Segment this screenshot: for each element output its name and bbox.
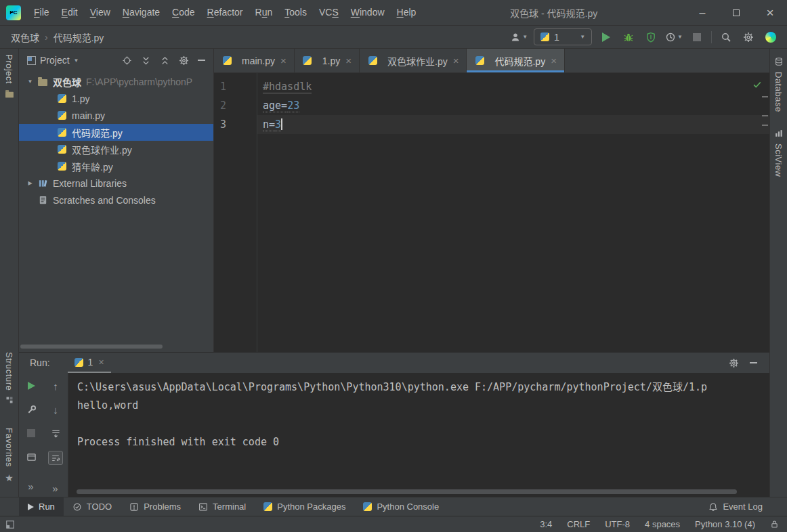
tree-item-双色球作业.py[interactable]: 双色球作业.py <box>19 141 213 158</box>
stop-button[interactable] <box>689 29 705 45</box>
more-console-actions-button[interactable]: » <box>49 482 62 494</box>
code-area[interactable]: #hdasdlkage=23n=3 <box>257 73 769 352</box>
editor-tab-代码规范.py[interactable]: 代码规范.py× <box>467 49 564 72</box>
menu-tools[interactable]: Tools <box>278 0 313 25</box>
tree-item-1.py[interactable]: 1.py <box>19 90 213 107</box>
gear-icon[interactable] <box>729 358 739 368</box>
error-stripe-mark[interactable] <box>762 115 768 116</box>
project-panel-title[interactable]: Project <box>40 55 70 66</box>
line-separator-widget[interactable]: CRLF <box>567 519 590 529</box>
tree-item-代码规范.py[interactable]: 代码规范.py <box>19 124 213 141</box>
up-the-stack-trace-button[interactable]: ↑ <box>49 380 62 392</box>
toolwindow-button-terminal[interactable]: Terminal <box>190 497 255 516</box>
close-tab-icon[interactable]: × <box>551 55 557 66</box>
event-log-button[interactable]: Event Log <box>708 497 763 516</box>
horizontal-scrollbar[interactable] <box>20 345 163 349</box>
close-tab-icon[interactable]: × <box>280 55 286 66</box>
editor-tab-1.py[interactable]: 1.py× <box>295 49 360 72</box>
stripe-button-structure[interactable]: Structure <box>0 352 18 404</box>
menu-view[interactable]: View <box>84 0 116 25</box>
menu-help[interactable]: Help <box>391 0 423 25</box>
menu-code[interactable]: Code <box>166 0 200 25</box>
menu-navigate[interactable]: Navigate <box>116 0 166 25</box>
tree-item-External Libraries[interactable]: ▶External Libraries <box>19 175 213 192</box>
run-button[interactable] <box>598 29 614 45</box>
stripe-button-favorites[interactable]: Favorites ★ <box>0 428 18 483</box>
terminal-icon <box>198 502 208 512</box>
code-line[interactable]: age=23 <box>257 96 769 115</box>
scroll-to-end-button[interactable] <box>49 427 62 439</box>
expand-all-icon[interactable] <box>141 56 151 66</box>
user-account-button[interactable]: ▼ <box>510 29 528 45</box>
menu-vcs[interactable]: VCS <box>313 0 345 25</box>
hide-panel-icon[interactable] <box>198 60 205 61</box>
soft-wrap-toggle[interactable] <box>48 451 63 465</box>
close-tab-icon[interactable]: × <box>345 55 352 66</box>
editor-tab-main.py[interactable]: main.py× <box>214 49 295 72</box>
code-line[interactable]: #hdasdlk <box>257 77 769 96</box>
error-stripe-mark[interactable] <box>762 125 768 126</box>
chevron-right-icon[interactable]: ▶ <box>23 180 37 186</box>
toolwindow-button-todo[interactable]: TODO <box>64 497 121 516</box>
minimize-button[interactable]: – <box>685 0 719 25</box>
tree-item-双色球[interactable]: ▼双色球F:\APP\pycharm\pythonP <box>19 73 213 90</box>
restore-layout-button[interactable] <box>24 451 38 463</box>
interpreter-widget[interactable]: Python 3.10 (4) <box>695 519 755 529</box>
stripe-button-database[interactable]: Database <box>770 57 787 112</box>
debug-button[interactable] <box>620 29 637 45</box>
menu-edit[interactable]: Edit <box>56 0 84 25</box>
toolwindow-button-python-packages[interactable]: Python Packages <box>255 497 354 516</box>
close-button[interactable]: × <box>753 0 787 25</box>
build-button[interactable] <box>24 403 38 416</box>
caret-position-widget[interactable]: 3:4 <box>540 519 552 529</box>
gear-icon[interactable] <box>179 56 189 66</box>
stop-button[interactable] <box>24 427 38 439</box>
tree-item-Scratches and Consoles[interactable]: Scratches and Consoles <box>19 192 213 208</box>
plugin-button[interactable] <box>763 29 779 45</box>
rerun-button[interactable] <box>24 380 38 392</box>
editor-tab-双色球作业.py[interactable]: 双色球作业.py× <box>360 49 467 72</box>
toolwindow-button-run[interactable]: Run <box>19 497 64 516</box>
collapse-all-icon[interactable] <box>160 56 170 66</box>
inspection-ok-check-icon[interactable] <box>752 80 762 92</box>
toolwindow-switcher-icon[interactable] <box>5 520 15 529</box>
run-configuration-select[interactable]: 1 ▼ <box>534 28 592 45</box>
hide-panel-icon[interactable] <box>750 362 757 363</box>
toolwindow-button-label: Python Packages <box>277 502 345 512</box>
search-everywhere-button[interactable] <box>718 29 734 45</box>
lock-icon[interactable] <box>770 520 779 529</box>
menu-window[interactable]: Window <box>345 0 391 25</box>
close-tab-icon[interactable]: × <box>453 55 459 66</box>
chevron-down-icon[interactable]: ▼ <box>23 79 37 85</box>
profiler-button[interactable]: ▼ <box>665 29 683 45</box>
tree-item-猜年龄.py[interactable]: 猜年龄.py <box>19 158 213 175</box>
python-icon <box>75 358 83 367</box>
menu-file[interactable]: File <box>28 0 56 25</box>
settings-button[interactable] <box>740 29 757 45</box>
toolwindow-button-problems[interactable]: Problems <box>121 497 190 516</box>
run-console[interactable]: C:\Users\asus\AppData\Local\Programs\Pyt… <box>68 373 769 497</box>
close-tab-icon[interactable]: × <box>98 357 104 368</box>
tree-item-main.py[interactable]: main.py <box>19 107 213 124</box>
run-tab-1[interactable]: 1 × <box>68 353 111 373</box>
indent-widget[interactable]: 4 spaces <box>645 519 680 529</box>
run-with-coverage-button[interactable] <box>643 29 659 45</box>
down-the-stack-trace-button[interactable]: ↓ <box>49 403 62 416</box>
stripe-button-sciview[interactable]: SciView <box>770 129 787 177</box>
locate-file-icon[interactable] <box>122 56 132 66</box>
editor-body[interactable]: 123 #hdasdlkage=23n=3 <box>214 73 769 352</box>
database-icon <box>774 57 784 66</box>
menu-refactor[interactable]: Refactor <box>201 0 249 25</box>
stripe-button-project[interactable]: Project <box>0 54 18 98</box>
maximize-button[interactable] <box>719 0 753 25</box>
code-line[interactable]: n=3 <box>257 115 769 134</box>
breadcrumb-item[interactable]: 双色球 <box>11 30 39 44</box>
console-horizontal-scrollbar[interactable] <box>77 489 737 494</box>
error-stripe-mark[interactable] <box>762 96 768 97</box>
more-actions-button[interactable]: » <box>24 480 38 492</box>
tree-item-path: F:\APP\pycharm\pythonP <box>86 76 192 87</box>
breadcrumb-item[interactable]: 代码规范.py <box>54 30 104 44</box>
toolwindow-button-python-console[interactable]: Python Console <box>354 497 448 516</box>
encoding-widget[interactable]: UTF-8 <box>605 519 630 529</box>
menu-run[interactable]: Run <box>249 0 279 25</box>
